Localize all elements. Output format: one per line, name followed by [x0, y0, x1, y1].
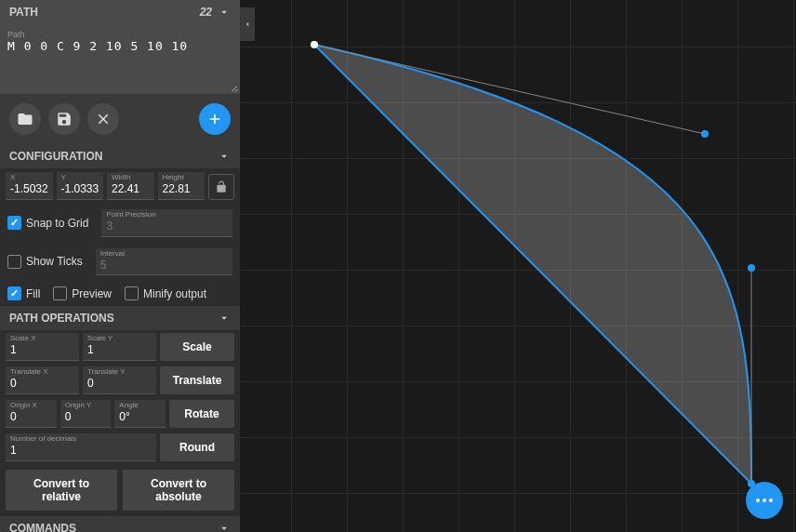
plus-icon: [206, 111, 223, 127]
fill-checkbox[interactable]: Fill: [7, 286, 40, 300]
commands-title: COMMANDS: [9, 522, 76, 532]
path-field-label: Path: [7, 30, 232, 39]
path-textarea[interactable]: Path M 0 0 C 9 2 10 5 10 10: [0, 24, 240, 94]
checkbox-icon: [53, 286, 67, 300]
scale-x-field[interactable]: Scale X1: [6, 333, 79, 361]
translate-x-field[interactable]: Translate X0: [6, 366, 79, 394]
scale-button[interactable]: Scale: [160, 333, 234, 361]
angle-field[interactable]: Angle0°: [114, 400, 166, 428]
commands-header: COMMANDS: [0, 516, 240, 532]
convert-absolute-button[interactable]: Convert to absolute: [123, 470, 234, 511]
lock-aspect-button[interactable]: [208, 174, 234, 200]
folder-icon: [17, 111, 33, 127]
save-icon: [56, 111, 73, 127]
svg-point-2: [311, 41, 318, 48]
path-header: PATH 22: [0, 0, 240, 24]
translate-y-field[interactable]: Translate Y0: [83, 366, 156, 394]
checkbox-icon: [125, 286, 139, 300]
canvas[interactable]: [240, 0, 796, 532]
minify-checkbox[interactable]: Minify output: [125, 286, 206, 300]
height-field[interactable]: Height22.81: [158, 172, 206, 200]
ops-header: PATH OPERATIONS: [0, 306, 240, 330]
path-toolbar: [0, 94, 240, 144]
preview-checkbox[interactable]: Preview: [53, 286, 112, 300]
origin-x-field[interactable]: Origin X0: [6, 400, 57, 428]
resize-handle-icon[interactable]: [229, 83, 238, 92]
translate-button[interactable]: Translate: [160, 366, 234, 394]
fab-menu-button[interactable]: [746, 482, 783, 519]
show-ticks-checkbox[interactable]: Show Ticks: [7, 255, 83, 269]
open-button[interactable]: [9, 103, 41, 135]
y-field[interactable]: Y-1.0333: [57, 172, 104, 200]
rotate-button[interactable]: Rotate: [169, 400, 234, 428]
config-title: CONFIGURATION: [9, 150, 102, 163]
path-title: PATH: [9, 6, 38, 19]
save-button[interactable]: [48, 103, 80, 135]
interval-field: Interval5: [96, 248, 232, 276]
svg-point-4: [748, 264, 755, 272]
chevron-down-icon[interactable]: [218, 312, 231, 325]
chevron-left-icon: [243, 20, 252, 29]
origin-y-field[interactable]: Origin Y0: [60, 400, 112, 428]
check-icon: [7, 286, 21, 300]
chevron-down-icon[interactable]: [218, 522, 231, 532]
collapse-sidebar-button[interactable]: [240, 7, 255, 41]
path-field-value: M 0 0 C 9 2 10 5 10 10: [7, 39, 188, 53]
checkbox-icon: [7, 255, 21, 269]
width-field[interactable]: Width22.41: [107, 172, 154, 200]
convert-relative-button[interactable]: Convert to relative: [6, 470, 117, 511]
chevron-down-icon[interactable]: [218, 150, 231, 163]
decimals-field[interactable]: Number of decimals1: [6, 433, 156, 461]
lock-open-icon: [215, 180, 228, 193]
clear-button[interactable]: [87, 103, 119, 135]
dots-icon: [756, 499, 773, 502]
path-command-count: 22: [200, 6, 212, 19]
point-precision-field: Point Precision3: [101, 209, 232, 237]
ops-title: PATH OPERATIONS: [9, 312, 114, 325]
svg-point-3: [701, 130, 709, 138]
close-icon: [95, 111, 112, 127]
scale-y-field[interactable]: Scale Y1: [83, 333, 156, 361]
snap-to-grid-checkbox[interactable]: Snap to Grid: [7, 216, 88, 230]
sidebar: PATH 22 Path M 0 0 C 9 2 10 5 10 10 CONF…: [0, 0, 240, 532]
path-preview: [240, 0, 796, 532]
config-header: CONFIGURATION: [0, 144, 240, 168]
chevron-down-icon[interactable]: [218, 6, 231, 19]
add-button[interactable]: [199, 103, 231, 135]
round-button[interactable]: Round: [160, 433, 234, 461]
x-field[interactable]: X-1.5032: [6, 172, 53, 200]
check-icon: [7, 216, 21, 230]
